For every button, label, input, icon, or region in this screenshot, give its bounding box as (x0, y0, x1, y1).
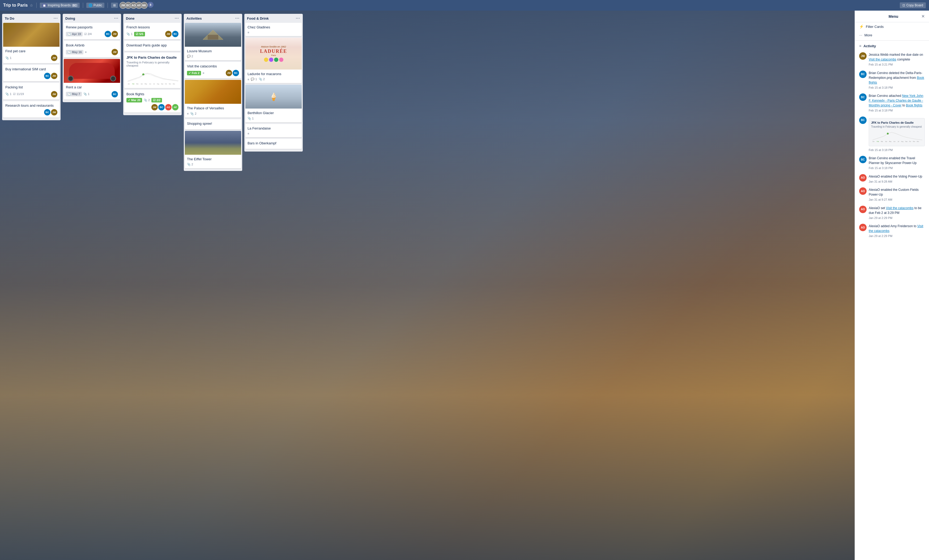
card-rent-a-car[interactable]: Rent a car 🕐 May 7 📎 1 BC (64, 59, 120, 99)
visibility-label: Public (94, 3, 102, 7)
activity-chart-thumb: JFK to Paris Charles de Gaulle Traveling… (869, 118, 925, 146)
activity-avatar-4: BC (859, 116, 866, 124)
svg-text:Nov: Nov (169, 83, 171, 84)
card-renew-passports[interactable]: Renew passports 🕐 Apr 19 ☑ 2/4 BC JW (64, 23, 120, 39)
copy-board-button[interactable]: ⊡ Copy Board (900, 2, 926, 8)
activity-link2[interactable]: Book flights (906, 104, 922, 107)
menu-header: Menu ✕ (855, 11, 929, 22)
activity-item-2: BC Brian Cervino deleted the Delta-Paris… (859, 70, 925, 90)
column-food-menu[interactable]: ··· (296, 16, 300, 21)
activity-avatar-3: BC (859, 93, 866, 101)
column-doing-menu[interactable]: ··· (114, 16, 118, 21)
column-todo: To Do ··· Find pet care 📎 1 JW (2, 14, 61, 120)
due-complete-badge: ✓ Mar 20 (126, 98, 142, 103)
column-done-menu[interactable]: ··· (175, 16, 179, 21)
card-meta: 📎 1 ☑ 5/5 JW BC (126, 31, 178, 37)
card-meta: ≡ 💬 1 📎 2 (248, 78, 300, 81)
filter-cards-item[interactable]: ⚡ Filter Cards (855, 22, 929, 31)
card-eiffel[interactable]: The Eiffel Tower 📎 2 (185, 131, 241, 168)
visibility-badge[interactable]: 🌐 Public (86, 3, 104, 8)
svg-text:Sep: Sep (905, 141, 908, 142)
card-title: Berthillon Glacier (248, 111, 300, 115)
table-icon-badge[interactable]: ⊞ (111, 3, 118, 8)
activity-user: AlexiaO (869, 188, 880, 191)
card-title: The Eiffel Tower (187, 157, 239, 162)
card-cover-eiffel (185, 131, 241, 155)
activity-time-5: Feb 15 at 3:18 PM (869, 166, 925, 170)
workspace-badge[interactable]: ▣ Inspiring Boards BC (40, 3, 80, 8)
activity-link[interactable]: Visit the catacombs (886, 206, 914, 210)
svg-text:Dec: Dec (917, 141, 919, 142)
svg-text:May: May (889, 141, 892, 142)
member-count[interactable]: 8 (148, 2, 153, 8)
card-avatars: BC JW (44, 73, 57, 79)
card-title: Shopping spree! (187, 121, 239, 126)
card-jfk-paris[interactable]: JFK to Paris Charles de Gaulle Traveling… (124, 52, 181, 88)
card-avatar: JW (226, 70, 232, 76)
activity-time-7: Jan 31 at 9:27 AM (869, 197, 925, 202)
menu-title: Menu (866, 14, 921, 18)
macaron-yellow (264, 58, 268, 62)
card-meta: ✓ Mar 20 📎 2 ☑ 2/2 JW BC AO AF (126, 98, 178, 110)
menu-close-button[interactable]: ✕ (921, 14, 925, 19)
card-french-lessons[interactable]: French lessons 📎 1 ☑ 5/5 JW BC (124, 23, 181, 39)
column-food-title: Food & Drink (247, 17, 269, 20)
card-find-pet-care[interactable]: Find pet care 📎 1 JW (3, 23, 60, 63)
card-louvre[interactable]: Louvre Museum 💬 2 (185, 23, 241, 60)
card-avatars: JW (112, 49, 118, 55)
card-buy-sim[interactable]: Buy international SIM card BC JW (3, 65, 60, 81)
card-meta: 💬 2 (187, 55, 239, 58)
star-icon[interactable]: ☆ (30, 3, 33, 8)
checklist-complete-badge: ☑ 2/2 (152, 98, 162, 103)
card-title: Chez Gladines (248, 25, 300, 30)
activity-text: added Amy Freiderson to (881, 224, 917, 228)
card-book-flights[interactable]: Book flights ✓ Mar 20 📎 2 ☑ 2/2 JW BC AO… (124, 90, 181, 112)
filter-cards-label: Filter Cards (866, 24, 884, 29)
card-download-app[interactable]: Download Paris guide app (124, 41, 181, 51)
attachment-count: 📎 2 (144, 98, 150, 102)
avatar-5[interactable]: MK (141, 2, 148, 9)
card-cover-versailles (185, 80, 241, 104)
card-avatars: JW BC (165, 31, 178, 37)
card-meta: 🕐 Apr 19 ☑ 2/4 BC JW (66, 31, 118, 37)
card-avatar: JW (112, 31, 118, 37)
desc-icon: ≡ (248, 78, 249, 81)
column-activities-header: Activities ··· (184, 14, 242, 23)
card-research-tours[interactable]: Research tours and restaurants BC JW (3, 101, 60, 118)
activity-time-6: Jan 31 at 9:28 AM (869, 179, 925, 184)
card-avatars: JW (51, 91, 57, 97)
card-chez-gladines[interactable]: Chez Gladines ≡ (245, 23, 302, 36)
activity-item-4: BC JFK to Paris Charles de Gaulle Travel… (859, 116, 925, 152)
card-avatar: JW (152, 104, 158, 110)
more-item[interactable]: ··· More (855, 31, 929, 39)
card-glacier[interactable]: 🍦 Berthillon Glacier 📎 1 (245, 85, 302, 122)
card-avatars: BC (112, 91, 118, 97)
main-area: To Do ··· Find pet care 📎 1 JW (0, 11, 929, 560)
activity-item-5: BC Brian Cervino enabled the Travel Plan… (859, 156, 925, 170)
desc-icon: ≡ (248, 31, 249, 34)
car-wheel-left (68, 76, 74, 81)
card-packing-list[interactable]: Packing list 📎 1 ☑ 11/19 JW (3, 83, 60, 99)
card-book-airbnb[interactable]: Book Airbnb 🕐 May 16 ≡ JW (64, 41, 120, 57)
activity-text: set (881, 206, 886, 210)
attachment-count: 📎 1 (5, 56, 11, 60)
card-catacombs[interactable]: Visit the catacombs ✓ Feb 2 ≡ JW BC (185, 62, 241, 78)
svg-text:Jan: Jan (872, 141, 875, 142)
due-date-badge: 🕐 May 7 (66, 92, 82, 96)
activity-link[interactable]: Visit the catacombs (869, 58, 896, 61)
activity-avatar-6: AO (859, 174, 866, 182)
card-meta: 📎 1 JW (5, 55, 57, 61)
card-bars-oberkampf[interactable]: Bars in Oberkampf (245, 139, 302, 149)
activity-avatar-9: AO (859, 224, 866, 231)
activity-icon: ≡ (859, 44, 861, 48)
column-activities-menu[interactable]: ··· (235, 16, 239, 21)
svg-text:Mar: Mar (881, 141, 883, 142)
column-todo-menu[interactable]: ··· (54, 16, 58, 21)
card-title: French lessons (126, 25, 178, 30)
card-avatar: BC (172, 31, 178, 37)
card-shopping[interactable]: Shopping spree! (185, 119, 241, 129)
card-ferrandaise[interactable]: La Ferrandaise ≡ (245, 124, 302, 137)
card-versailles[interactable]: The Palace of Versailles ≡ 📎 2 (185, 80, 241, 117)
card-laduree[interactable]: Maison fondée en 1862 LADURÉE Paris Ladu… (245, 38, 302, 83)
table-icon: ⊞ (113, 3, 116, 7)
